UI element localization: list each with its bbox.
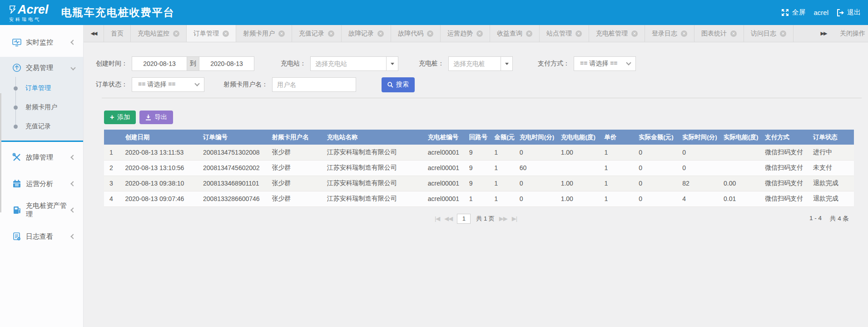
close-operations-menu[interactable]: 关闭操作	[833, 25, 868, 42]
column-header: 实际电能(度)	[721, 130, 762, 145]
logout-button[interactable]: 退出	[837, 8, 861, 17]
page-number-input[interactable]	[457, 214, 471, 224]
pager-first-icon[interactable]: |◀	[435, 215, 440, 222]
tab-label: 射频卡用户	[243, 30, 275, 38]
sidebar-nav: 实时监控交易管理订单管理射频卡用户充值记录故障管理运营分析充电桩资产管理日志查看	[0, 25, 84, 327]
table-cell: 1	[491, 191, 517, 206]
table-cell: 1	[602, 160, 636, 176]
tools-icon	[12, 153, 21, 162]
sidebar-subitem-射频卡用户[interactable]: 射频卡用户	[0, 98, 83, 117]
tab-图表统计[interactable]: 图表统计✕	[694, 25, 744, 42]
table-cell: 微信扫码支付	[762, 145, 810, 160]
tab-close-icon[interactable]: ✕	[780, 30, 786, 37]
pager-last-icon[interactable]: ▶|	[512, 215, 517, 222]
pager-next-icon[interactable]: ▶▶	[499, 215, 507, 222]
tab-close-icon[interactable]: ✕	[278, 30, 285, 37]
column-header: 订单编号	[200, 130, 269, 145]
table-row[interactable]: 32020-08-13 09:38:102008133468901101张少群江…	[104, 176, 854, 191]
date-to-input[interactable]	[199, 56, 254, 71]
tab-close-icon[interactable]: ✕	[328, 30, 334, 37]
column-header: 回路号	[466, 130, 492, 145]
station-input[interactable]	[310, 56, 386, 71]
table-cell: 0	[636, 176, 680, 191]
pile-dropdown-arrow-icon[interactable]	[501, 56, 513, 71]
table-cell: 1	[491, 160, 517, 176]
tab-close-icon[interactable]: ✕	[575, 30, 582, 37]
tab-close-icon[interactable]: ✕	[223, 30, 229, 37]
tab-充电桩管理[interactable]: 充电桩管理✕	[589, 25, 645, 42]
tab-充值记录[interactable]: 充值记录✕	[292, 25, 342, 42]
pile-input[interactable]	[448, 56, 501, 71]
table-cell: 微信扫码支付	[762, 191, 810, 206]
sidebar-item-charging-pile[interactable]: 充电桩资产管理	[0, 199, 83, 221]
search-button[interactable]: 搜索	[382, 77, 415, 92]
table-cell: 1	[104, 145, 122, 160]
chevron-down-icon	[194, 81, 199, 86]
logo-subtitle: 安科瑞电气	[9, 17, 49, 22]
export-button[interactable]: 导出	[139, 111, 173, 124]
chevron-left-icon	[70, 234, 75, 239]
tab-close-icon[interactable]: ✕	[526, 30, 532, 37]
pile-combobox[interactable]	[448, 56, 513, 71]
sidebar-item-transaction[interactable]: 交易管理	[0, 57, 83, 79]
column-header: 充电电能(度)	[558, 130, 602, 145]
tab-close-icon[interactable]: ✕	[730, 30, 737, 37]
table-cell: 1.00	[558, 145, 602, 160]
tab-运营趋势[interactable]: 运营趋势✕	[441, 25, 490, 42]
tab-close-icon[interactable]: ✕	[681, 30, 687, 37]
tab-射频卡用户[interactable]: 射频卡用户✕	[236, 25, 292, 42]
tab-订单管理[interactable]: 订单管理✕	[187, 25, 236, 42]
tabs-scroll-right-icon[interactable]: ▶▶	[813, 25, 833, 42]
pagination-bar: |◀ ◀◀ 共 1 页 ▶▶ ▶| 1 - 4 共 4 条	[84, 213, 868, 225]
add-button[interactable]: + 添加	[104, 111, 136, 124]
tab-访问日志[interactable]: 访问日志✕	[744, 25, 794, 42]
logout-icon	[837, 9, 844, 16]
table-cell: 0	[517, 145, 558, 160]
tab-登录日志[interactable]: 登录日志✕	[645, 25, 694, 42]
tab-bar: ◀◀ 首页充电站监控✕订单管理✕射频卡用户✕充值记录✕故障记录✕故障代码✕运营趋…	[84, 25, 868, 42]
tab-close-icon[interactable]: ✕	[377, 30, 384, 37]
date-from-input[interactable]	[132, 56, 187, 71]
sidebar-item-label: 充电桩资产管理	[26, 201, 71, 219]
rfid-user-input[interactable]	[272, 77, 356, 92]
chevron-left-icon	[70, 155, 75, 160]
sidebar-scrollbar[interactable]	[0, 93, 1, 212]
sidebar-subitem-订单管理[interactable]: 订单管理	[0, 79, 83, 98]
tab-close-icon[interactable]: ✕	[173, 30, 179, 37]
pager-prev-icon[interactable]: ◀◀	[444, 215, 452, 222]
tab-close-icon[interactable]: ✕	[427, 30, 433, 37]
sidebar-item-monitor[interactable]: 实时监控	[0, 31, 83, 53]
tabs-scroll-left-icon[interactable]: ◀◀	[84, 25, 104, 42]
plus-icon: +	[110, 114, 114, 121]
sidebar-item-log[interactable]: 日志查看	[0, 226, 83, 247]
station-dropdown-arrow-icon[interactable]	[386, 56, 398, 71]
tab-故障记录[interactable]: 故障记录✕	[342, 25, 391, 42]
tab-close-icon[interactable]: ✕	[476, 30, 483, 37]
tab-label: 故障记录	[348, 30, 374, 38]
table-cell: 0	[680, 160, 721, 176]
tab-close-icon[interactable]: ✕	[631, 30, 638, 37]
tab-充电站监控[interactable]: 充电站监控✕	[131, 25, 187, 42]
tab-label: 故障代码	[398, 30, 423, 38]
station-combobox[interactable]	[310, 56, 398, 71]
sidebar-subitem-充值记录[interactable]: 充值记录	[0, 117, 83, 136]
table-row[interactable]: 42020-08-13 09:07:462008133286600746张少群江…	[104, 191, 854, 206]
top-header-bar: Acrel 安科瑞电气 电瓶车充电桩收费平台 全屏 acrel 退出	[0, 0, 868, 25]
table-row[interactable]: 12020-08-13 13:11:532008134751302008张少群江…	[104, 145, 854, 160]
username[interactable]: acrel	[813, 9, 828, 16]
column-header: 实际时间(分)	[680, 130, 721, 145]
table-cell: 2	[104, 160, 122, 176]
table-cell: 1	[491, 176, 517, 191]
sidebar-item-calendar[interactable]: 运营分析	[0, 173, 83, 195]
fullscreen-button[interactable]: 全屏	[781, 8, 805, 17]
order-status-select[interactable]: == 请选择 ==	[132, 77, 204, 92]
tab-收益查询[interactable]: 收益查询✕	[490, 25, 540, 42]
tab-站点管理[interactable]: 站点管理✕	[540, 25, 589, 42]
sidebar-item-tools[interactable]: 故障管理	[0, 146, 83, 168]
table-row[interactable]: 22020-08-13 13:10:562008134745602002张少群江…	[104, 160, 854, 176]
create-time-label: 创建时间：	[96, 60, 128, 68]
pay-method-select[interactable]: == 请选择 ==	[574, 56, 636, 71]
table-cell: 2020-08-13 13:10:56	[122, 160, 200, 176]
tab-故障代码[interactable]: 故障代码✕	[391, 25, 441, 42]
tab-首页[interactable]: 首页	[104, 25, 131, 42]
